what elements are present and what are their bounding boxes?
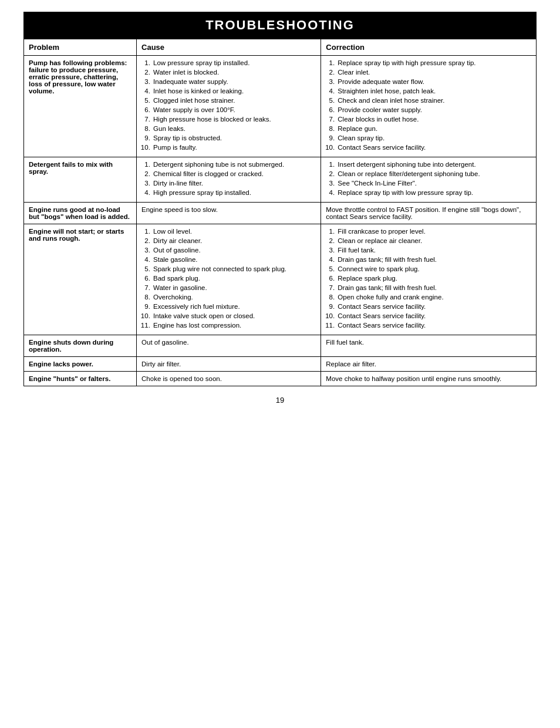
correction-item: See "Check In-Line Filter". bbox=[336, 180, 531, 187]
correction-item: Drain gas tank; fill with fresh fuel. bbox=[336, 256, 531, 263]
correction-cell: Fill fuel tank. bbox=[321, 335, 537, 357]
cause-item: Dirty in-line filter. bbox=[152, 180, 316, 187]
correction-item: Clear inlet. bbox=[336, 69, 531, 76]
cause-item: Excessively rich fuel mixture. bbox=[152, 303, 316, 310]
correction-item: Drain gas tank; fill with fresh fuel. bbox=[336, 284, 531, 291]
page-title: TROUBLESHOOTING bbox=[23, 12, 537, 39]
cause-item: Detergent siphoning tube is not submerge… bbox=[152, 161, 316, 168]
cause-item: High pressure spray tip installed. bbox=[152, 189, 316, 196]
cause-item: Inlet hose is kinked or leaking. bbox=[152, 87, 316, 95]
header-cause: Cause bbox=[137, 39, 321, 56]
correction-cell: Move throttle control to FAST position. … bbox=[321, 203, 537, 224]
correction-cell: Fill crankcase to proper level.Clean or … bbox=[321, 224, 537, 335]
problem-cell: Engine lacks power. bbox=[24, 357, 137, 372]
table-row: Pump has following problems: failure to … bbox=[24, 56, 537, 157]
cause-item: Pump is faulty. bbox=[152, 144, 316, 151]
problem-cell: Detergent fails to mix with spray. bbox=[24, 157, 137, 203]
correction-item: Clear blocks in outlet hose. bbox=[336, 116, 531, 123]
header-correction: Correction bbox=[321, 39, 537, 56]
correction-item: Open choke fully and crank engine. bbox=[336, 294, 531, 301]
correction-item: Insert detergent siphoning tube into det… bbox=[336, 161, 531, 168]
cause-cell: Out of gasoline. bbox=[137, 335, 321, 357]
table-row: Engine shuts down during operation.Out o… bbox=[24, 335, 537, 357]
correction-item: Provide cooler water supply. bbox=[336, 106, 531, 113]
correction-item: Contact Sears service facility. bbox=[336, 322, 531, 329]
correction-item: Check and clean inlet hose strainer. bbox=[336, 97, 531, 104]
cause-item: Gun leaks. bbox=[152, 125, 316, 132]
cause-item: Water supply is over 100°F. bbox=[152, 106, 316, 113]
table-row: Engine will not start; or starts and run… bbox=[24, 224, 537, 335]
cause-item: Low oil level. bbox=[152, 228, 316, 235]
correction-item: Connect wire to spark plug. bbox=[336, 265, 531, 272]
problem-cell: Engine will not start; or starts and run… bbox=[24, 224, 137, 335]
correction-item: Replace spark plug. bbox=[336, 275, 531, 282]
page-number: 19 bbox=[23, 396, 537, 405]
correction-item: Contact Sears service facility. bbox=[336, 303, 531, 310]
correction-item: Contact Sears service facility. bbox=[336, 144, 531, 151]
cause-cell: Choke is opened too soon. bbox=[137, 372, 321, 386]
correction-item: Replace spray tip with low pressure spra… bbox=[336, 189, 531, 196]
cause-item: Bad spark plug. bbox=[152, 275, 316, 282]
problem-cell: Engine "hunts" or falters. bbox=[24, 372, 137, 386]
table-row: Engine "hunts" or falters.Choke is opene… bbox=[24, 372, 537, 386]
correction-item: Contact Sears service facility. bbox=[336, 312, 531, 319]
cause-item: Engine has lost compression. bbox=[152, 322, 316, 329]
cause-cell: Low oil level.Dirty air cleaner.Out of g… bbox=[137, 224, 321, 335]
correction-item: Provide adequate water flow. bbox=[336, 78, 531, 85]
table-row: Engine runs good at no-load but "bogs" w… bbox=[24, 203, 537, 224]
cause-cell: Engine speed is too slow. bbox=[137, 203, 321, 224]
table-row: Engine lacks power.Dirty air filter.Repl… bbox=[24, 357, 537, 372]
correction-item: Fill crankcase to proper level. bbox=[336, 228, 531, 235]
table-row: Detergent fails to mix with spray.Deterg… bbox=[24, 157, 537, 203]
correction-cell: Move choke to halfway position until eng… bbox=[321, 372, 537, 386]
correction-item: Replace spray tip with high pressure spr… bbox=[336, 59, 531, 66]
correction-item: Clean or replace air cleaner. bbox=[336, 237, 531, 244]
cause-item: Water in gasoline. bbox=[152, 284, 316, 291]
cause-cell: Dirty air filter. bbox=[137, 357, 321, 372]
cause-item: Out of gasoline. bbox=[152, 247, 316, 254]
cause-item: Chemical filter is clogged or cracked. bbox=[152, 170, 316, 177]
cause-item: Inadequate water supply. bbox=[152, 78, 316, 85]
correction-cell: Replace spray tip with high pressure spr… bbox=[321, 56, 537, 157]
correction-cell: Insert detergent siphoning tube into det… bbox=[321, 157, 537, 203]
problem-cell: Engine runs good at no-load but "bogs" w… bbox=[24, 203, 137, 224]
cause-item: Stale gasoline. bbox=[152, 256, 316, 263]
correction-item: Straighten inlet hose, patch leak. bbox=[336, 87, 531, 95]
problem-cell: Engine shuts down during operation. bbox=[24, 335, 137, 357]
correction-item: Clean or replace filter/detergent siphon… bbox=[336, 170, 531, 177]
cause-item: Water inlet is blocked. bbox=[152, 69, 316, 76]
cause-item: Overchoking. bbox=[152, 294, 316, 301]
cause-item: Spray tip is obstructed. bbox=[152, 134, 316, 141]
correction-item: Clean spray tip. bbox=[336, 134, 531, 141]
cause-item: Clogged inlet hose strainer. bbox=[152, 97, 316, 104]
cause-cell: Low pressure spray tip installed.Water i… bbox=[137, 56, 321, 157]
correction-item: Fill fuel tank. bbox=[336, 247, 531, 254]
cause-item: Intake valve stuck open or closed. bbox=[152, 312, 316, 319]
cause-item: Dirty air cleaner. bbox=[152, 237, 316, 244]
cause-item: Low pressure spray tip installed. bbox=[152, 59, 316, 66]
correction-item: Replace gun. bbox=[336, 125, 531, 132]
cause-item: High pressure hose is blocked or leaks. bbox=[152, 116, 316, 123]
header-problem: Problem bbox=[24, 39, 137, 56]
cause-cell: Detergent siphoning tube is not submerge… bbox=[137, 157, 321, 203]
problem-cell: Pump has following problems: failure to … bbox=[24, 56, 137, 157]
correction-cell: Replace air filter. bbox=[321, 357, 537, 372]
cause-item: Spark plug wire not connected to spark p… bbox=[152, 265, 316, 272]
troubleshoot-table: Problem Cause Correction Pump has follow… bbox=[23, 39, 537, 386]
